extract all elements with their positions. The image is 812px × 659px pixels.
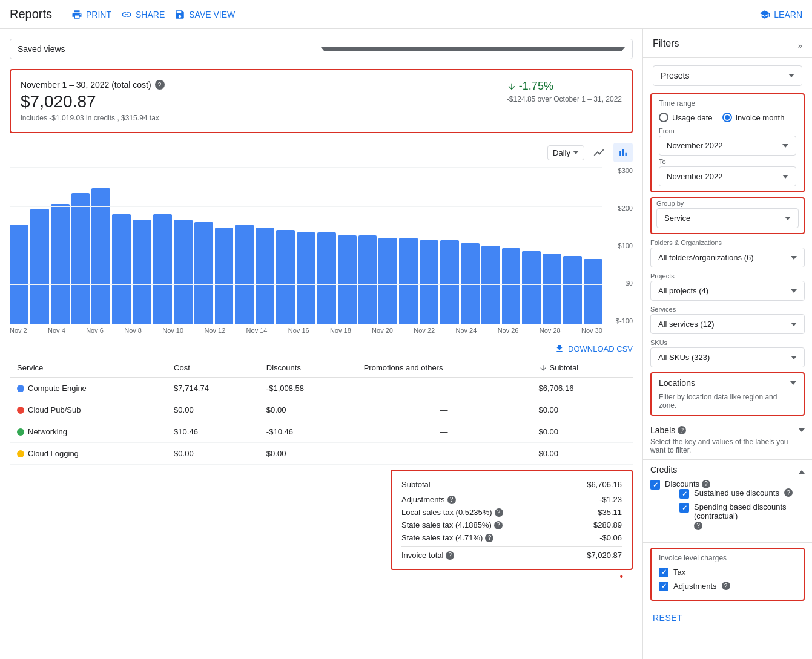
saved-views-dropdown[interactable]: Saved views (10, 39, 633, 59)
chart-area: $300 $200 $100 $0 $-100 (10, 167, 633, 324)
learn-label: LEARN (774, 10, 802, 19)
header-actions: PRINT SHARE SAVE VIEW (71, 9, 235, 20)
reset-button[interactable]: RESET (653, 613, 682, 623)
reset-row: RESET (643, 606, 812, 630)
discounts-checkbox[interactable]: ✓ (650, 480, 660, 490)
invoice-total-help-icon[interactable]: ? (446, 551, 454, 560)
spending-discounts-checkbox[interactable]: ✓ (679, 503, 689, 513)
labels-header[interactable]: Labels ? (650, 425, 805, 435)
table-row: Networking $10.46 -$10.46 — $0.00 (10, 421, 633, 443)
adjustments-label: Adjustments ? (401, 495, 456, 504)
sort-icon (539, 364, 547, 372)
share-button[interactable]: SHARE (121, 9, 165, 20)
invoice-month-radio[interactable]: Invoice month (722, 113, 785, 122)
locations-header[interactable]: Locations (652, 373, 804, 393)
grid-line (10, 284, 602, 285)
state-tax2-help-icon[interactable]: ? (485, 534, 493, 542)
y-label: $100 (606, 242, 633, 249)
locations-title: Locations (659, 378, 695, 388)
x-label: Nov 26 (498, 327, 519, 334)
summary-help-icon[interactable]: ? (155, 80, 165, 90)
line-chart-button[interactable] (589, 143, 609, 162)
discounts-item: ✓ Discounts ? ✓ Sustained use discounts (650, 479, 805, 534)
header: Reports PRINT SHARE SAVE VIEW LEARN (0, 0, 812, 29)
subtotal-cell: $0.00 (532, 421, 633, 443)
credits-section: Credits ✓ Discounts ? ✓ (643, 460, 812, 543)
discounts-cell: -$10.46 (259, 421, 357, 443)
adjustments-help-icon[interactable]: ? (447, 496, 456, 504)
promotions-cell: — (357, 421, 532, 443)
projects-dropdown[interactable]: All projects (4) (650, 281, 805, 301)
folders-dropdown[interactable]: All folders/organizations (6) (650, 248, 805, 267)
usage-date-radio-circle (659, 113, 668, 122)
sustained-discounts-checkbox[interactable]: ✓ (679, 489, 689, 499)
usage-date-radio[interactable]: Usage date (659, 113, 713, 122)
sustained-help-icon[interactable]: ? (784, 488, 793, 497)
filters-collapse-button[interactable]: » (784, 36, 802, 50)
chart-y-labels: $300 $200 $100 $0 $-100 (606, 167, 633, 324)
state-tax1-value: $280.89 (593, 520, 622, 529)
group-by-label: Group by (656, 200, 799, 207)
cost-cell: $0.00 (167, 399, 259, 421)
x-label: Nov 8 (124, 327, 142, 334)
download-csv-button[interactable]: DOWNLOAD CSV (555, 344, 633, 353)
time-range-box: Time range Usage date Invoice month From… (650, 93, 805, 192)
cost-table: Service Cost Discounts Promotions and ot… (10, 358, 633, 465)
discounts-cell: $0.00 (259, 443, 357, 465)
grid-line (10, 206, 602, 207)
projects-chevron-icon (791, 289, 797, 293)
folders-field: Folders & Organizations All folders/orga… (650, 239, 805, 267)
save-view-button[interactable]: SAVE VIEW (174, 9, 235, 20)
y-label: $200 (606, 205, 633, 212)
spending-help-icon[interactable]: ? (694, 522, 702, 530)
group-by-value: Service (664, 214, 690, 223)
learn-icon (759, 9, 770, 20)
presets-label: Presets (661, 71, 689, 80)
bar-chart-button[interactable] (613, 143, 633, 162)
folders-chevron-icon (791, 256, 797, 260)
adjustments-checkbox[interactable]: ✓ (659, 582, 668, 591)
service-cell: Compute Engine (10, 378, 167, 399)
state-tax1-help-icon[interactable]: ? (494, 521, 503, 529)
print-button[interactable]: PRINT (71, 9, 111, 20)
x-label: Nov 16 (288, 327, 309, 334)
discounts-cell: $0.00 (259, 399, 357, 421)
state-tax2-value: -$0.06 (599, 533, 622, 542)
service-name: Compute Engine (28, 384, 87, 393)
skus-chevron-icon (791, 356, 797, 359)
skus-dropdown[interactable]: All SKUs (323) (650, 347, 805, 367)
cost-cell: $10.46 (167, 421, 259, 443)
labels-section: Labels ? Select the key and values of th… (643, 421, 812, 460)
totals-state-tax1-row: State sales tax (4.1885%) ? $280.89 (401, 519, 622, 531)
to-chevron-icon (782, 175, 788, 179)
presets-dropdown[interactable]: Presets (653, 65, 802, 86)
promotions-cell: — (357, 399, 532, 421)
download-row: DOWNLOAD CSV (10, 344, 633, 353)
usage-date-label: Usage date (672, 113, 713, 122)
to-dropdown[interactable]: November 2022 (659, 166, 796, 186)
chart-view-dropdown[interactable]: Daily (547, 145, 584, 160)
tax-checkbox[interactable]: ✓ (659, 568, 668, 577)
invoice-charges-box: Invoice level charges ✓ Tax ✓ Adjustment… (650, 548, 805, 601)
cost-cell: $7,714.74 (167, 378, 259, 399)
subtotal-cell: $6,706.16 (532, 378, 633, 399)
service-cell: Cloud Pub/Sub (10, 399, 167, 421)
service-dot (17, 428, 24, 436)
x-label: Nov 28 (540, 327, 561, 334)
projects-label: Projects (650, 272, 805, 280)
x-label: Nov 2 (10, 327, 27, 334)
cost-cell: $0.00 (167, 443, 259, 465)
local-tax-help-icon[interactable]: ? (495, 508, 503, 517)
skus-field: SKUs All SKUs (323) (650, 339, 805, 367)
services-value: All services (12) (658, 320, 714, 329)
services-dropdown[interactable]: All services (12) (650, 314, 805, 334)
x-label: Nov 14 (246, 327, 268, 334)
service-dot (17, 450, 24, 457)
learn-button[interactable]: LEARN (759, 9, 802, 20)
subtotal-cell: $0.00 (532, 399, 633, 421)
adjustments-filter-help-icon[interactable]: ? (722, 582, 730, 590)
discounts-help-icon[interactable]: ? (702, 480, 710, 488)
labels-help-icon[interactable]: ? (678, 426, 686, 434)
group-by-dropdown[interactable]: Service (656, 208, 799, 228)
from-dropdown[interactable]: November 2022 (659, 136, 796, 156)
